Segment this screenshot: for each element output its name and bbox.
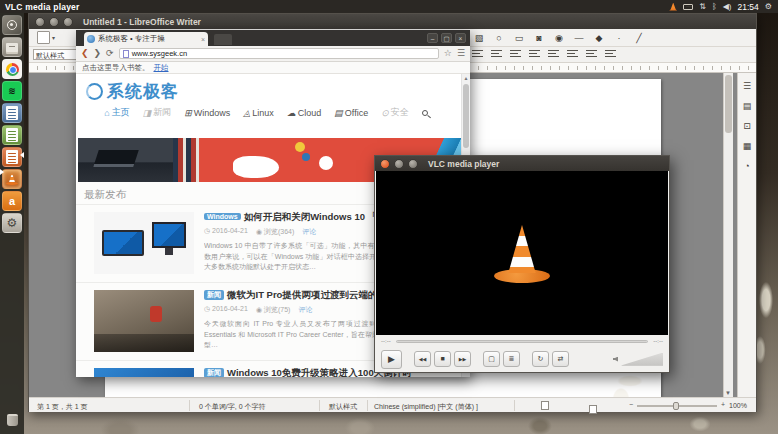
forward-button[interactable]: ❯ — [94, 49, 102, 58]
browser-tab[interactable]: 系统极客 • 专注于操 × — [84, 32, 208, 46]
sidebar-navigator-icon[interactable]: ◔ — [744, 161, 749, 171]
search-icon[interactable] — [422, 110, 428, 116]
clock[interactable]: 21:54 — [738, 2, 759, 12]
focused-app-title[interactable]: VLC media player — [5, 2, 80, 12]
stop-button[interactable]: ■ — [434, 351, 451, 367]
basic-shape-icon[interactable]: ◆ — [592, 33, 606, 43]
new-document-button[interactable] — [37, 31, 50, 44]
align-left-button[interactable] — [472, 49, 484, 60]
launcher-item-trash[interactable] — [2, 410, 22, 430]
article-3-thumbnail[interactable] — [94, 368, 194, 377]
article-1-badge[interactable]: Windows — [204, 213, 241, 220]
sidebar-properties-icon[interactable]: ▤ — [743, 101, 752, 111]
vlc-maximize-button[interactable] — [408, 159, 418, 169]
freeform-line-icon[interactable]: ╱ — [632, 33, 646, 43]
site-brand[interactable]: 系统极客 — [86, 80, 179, 103]
launcher-item-vlc[interactable] — [2, 169, 22, 189]
launcher-item-files[interactable] — [2, 37, 22, 57]
nav-home[interactable]: ⌂主页 — [104, 106, 129, 119]
session-gear-icon[interactable]: ⚙ — [765, 2, 772, 11]
justify-button[interactable] — [529, 49, 541, 60]
next-button[interactable]: ▶▶ — [454, 351, 471, 367]
volume-slider[interactable] — [621, 353, 663, 366]
launcher-item-spotify[interactable]: ≋ — [2, 81, 22, 101]
increase-indent-button[interactable] — [567, 49, 579, 60]
reload-button[interactable]: ⟳ — [106, 49, 114, 58]
keyboard-indicator-icon[interactable] — [683, 4, 693, 10]
launcher-item-chrome[interactable] — [2, 59, 22, 79]
writer-vertical-scrollbar[interactable]: ▼ — [723, 73, 733, 397]
browser-minimize-button[interactable]: – — [427, 33, 438, 43]
shape-symbol-icon[interactable]: ◉ — [552, 33, 566, 43]
tab-title[interactable]: 系统极客 • 专注于操 — [98, 34, 198, 44]
previous-button[interactable]: ◀◀ — [414, 351, 431, 367]
launcher-item-writer[interactable] — [2, 103, 22, 123]
new-tab-button[interactable] — [214, 34, 232, 45]
zoom-percent[interactable]: 100% — [729, 402, 747, 409]
vlc-close-button[interactable] — [380, 159, 390, 169]
fullscreen-button[interactable]: ▢ — [483, 351, 500, 367]
article-1-comments-link[interactable]: 评论 — [302, 227, 316, 237]
volume-icon[interactable]: ◀) — [723, 2, 732, 11]
zoom-slider[interactable] — [637, 405, 717, 407]
launcher-item-dash-home[interactable] — [2, 15, 22, 35]
writer-minimize-button[interactable] — [49, 17, 59, 27]
line-spacing-button[interactable] — [548, 49, 560, 60]
import-bookmarks-link[interactable]: 开始 — [154, 63, 169, 73]
word-count-status[interactable]: 0 个单词/字, 0 个字符 — [199, 402, 266, 412]
sidebar-settings-icon[interactable]: ☰ — [743, 81, 751, 91]
scroll-up-arrow-icon[interactable]: ▲ — [462, 74, 470, 83]
shape-callout-icon[interactable]: ◙ — [532, 33, 546, 43]
volume-control[interactable] — [613, 353, 663, 366]
writer-titlebar[interactable]: Untitled 1 - LibreOffice Writer — [29, 14, 756, 29]
browser-menu-icon[interactable]: ☰ — [457, 49, 465, 58]
vlc-minimize-button[interactable] — [394, 159, 404, 169]
launcher-item-calc[interactable] — [2, 125, 22, 145]
shape-rectangle-icon[interactable]: ▭ — [512, 33, 526, 43]
article-2-comments-link[interactable]: 评论 — [298, 305, 312, 315]
sidebar-gallery-icon[interactable]: ▦ — [743, 141, 752, 151]
launcher-item-amazon[interactable]: a — [2, 191, 22, 211]
vlc-video-area[interactable] — [376, 171, 668, 335]
address-bar[interactable]: www.sysgeek.cn — [119, 48, 439, 59]
content-scrollbar-thumb[interactable] — [463, 84, 469, 148]
book-view-icon[interactable] — [541, 401, 549, 410]
launcher-item-settings[interactable]: ⚙ — [2, 213, 22, 233]
point-tool-icon[interactable]: · — [612, 33, 626, 43]
url-text[interactable]: www.sysgeek.cn — [132, 49, 187, 58]
line-tool-icon[interactable]: ― — [572, 33, 586, 43]
browser-close-button[interactable]: × — [455, 33, 466, 43]
page-number-status[interactable]: 第 1 页，共 1 页 — [37, 402, 88, 412]
nav-windows[interactable]: ⊞Windows — [184, 108, 230, 118]
shape-ellipse-icon[interactable]: ○ — [492, 33, 506, 43]
decrease-indent-button[interactable] — [586, 49, 598, 60]
bookmark-star-icon[interactable]: ☆ — [444, 49, 452, 58]
site-brand-name[interactable]: 系统极客 — [107, 80, 179, 103]
article-2-thumbnail[interactable] — [94, 290, 194, 352]
scrollbar-thumb[interactable] — [725, 75, 732, 133]
align-center-button[interactable] — [491, 49, 503, 60]
bluetooth-icon[interactable]: ᛒ — [712, 2, 717, 11]
tab-close-icon[interactable]: × — [201, 36, 205, 43]
page-style-status[interactable]: 默认样式 — [329, 402, 357, 412]
vlc-titlebar[interactable]: VLC media player — [375, 156, 669, 171]
nav-news[interactable]: ◨新闻 — [143, 106, 172, 119]
browser-maximize-button[interactable]: ▢ — [441, 33, 452, 43]
scroll-down-arrow-icon[interactable]: ▼ — [725, 390, 731, 396]
writer-close-button[interactable] — [35, 17, 45, 27]
nav-linux[interactable]: ◬Linux — [243, 108, 273, 118]
launcher-item-impress[interactable] — [2, 147, 22, 167]
align-right-button[interactable] — [510, 49, 522, 60]
bullets-button[interactable] — [605, 49, 617, 60]
network-icon[interactable]: ⇅ — [699, 2, 706, 11]
book-mode-view-button[interactable] — [589, 405, 597, 414]
shape-curve-icon[interactable]: ▧ — [472, 33, 486, 43]
article-2-badge[interactable]: 新闻 — [204, 290, 224, 300]
article-3-badge[interactable]: 新闻 — [204, 368, 224, 377]
writer-maximize-button[interactable] — [63, 17, 73, 27]
loop-button[interactable]: ↻ — [532, 351, 549, 367]
back-button[interactable]: ❮ — [81, 49, 89, 58]
playlist-button[interactable]: ≣ — [503, 351, 520, 367]
nav-office[interactable]: ▤Office — [334, 108, 368, 118]
random-button[interactable]: ⇄ — [552, 351, 569, 367]
